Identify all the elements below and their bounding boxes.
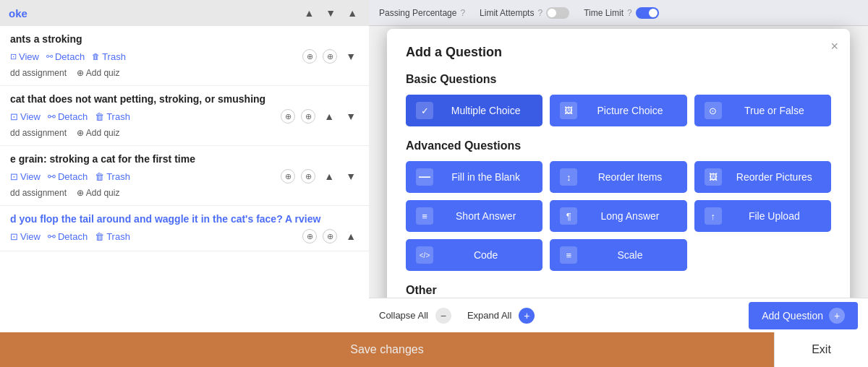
arrow-down-q3[interactable]: ▼ [343, 169, 359, 184]
arrow-up-q2[interactable]: ▲ [321, 109, 337, 124]
long-answer-icon: ¶ [560, 207, 577, 225]
question-block-1: ants a stroking ⊡ View ⚯ Detach 🗑 Trash … [0, 26, 369, 86]
detach-link-4[interactable]: ⚯ Detach [48, 231, 88, 242]
question-block-4: d you flop the tail around and waggle it… [0, 206, 369, 251]
trash-link-2[interactable]: 🗑 Trash [95, 111, 130, 122]
help-icon-limit: ? [537, 8, 542, 18]
view-icon-3: ⊡ [10, 171, 18, 182]
short-answer-button[interactable]: ≡ Short Answer [406, 200, 542, 232]
scale-icon: ≡ [560, 246, 577, 264]
basic-questions-grid: ✓ Multiple Choice 🖼 Picture Choice ⊙ Tru… [406, 95, 831, 126]
main-header: Passing Percentage ? Limit Attempts ? Ti… [369, 0, 868, 26]
view-link-2[interactable]: ⊡ View [10, 111, 41, 122]
detach-icon-1: ⚯ [46, 52, 53, 61]
modal-close-button[interactable]: × [830, 39, 838, 54]
trash-icon-3: 🗑 [95, 171, 104, 182]
save-changes-button[interactable]: Save changes [0, 332, 774, 367]
arrow-down-btn[interactable]: ▼ [323, 6, 339, 20]
reorder-items-label: Reorder Items [583, 171, 676, 183]
view-link-3[interactable]: ⊡ View [10, 171, 41, 182]
add-assignment-1[interactable]: dd assignment [10, 68, 67, 78]
trash-link-4[interactable]: 🗑 Trash [95, 231, 130, 242]
multiple-choice-icon: ✓ [416, 102, 433, 119]
expand-plus-icon[interactable]: + [519, 308, 535, 324]
circle-action-1a[interactable]: ⊕ [302, 49, 317, 64]
question-title-4: d you flop the tail around and waggle it… [10, 213, 359, 225]
picture-choice-icon: 🖼 [560, 102, 577, 119]
question-block-3: e grain: stroking a cat for the first ti… [0, 146, 369, 206]
trash-link-3[interactable]: 🗑 Trash [95, 171, 130, 182]
short-answer-icon: ≡ [416, 207, 433, 225]
exit-button[interactable]: Exit [774, 332, 868, 367]
collapse-minus-icon[interactable]: − [435, 308, 451, 324]
question-actions-4: ⊡ View ⚯ Detach 🗑 Trash ⊕ ⊕ ▲ [10, 229, 359, 243]
right-actions-3: ⊕ ⊕ ▲ ▼ [281, 169, 359, 184]
scale-button[interactable]: ≡ Scale [550, 239, 686, 271]
arrow-up-q3[interactable]: ▲ [321, 169, 337, 184]
file-upload-button[interactable]: ↑ File Upload [694, 200, 831, 232]
add-question-bar-label: Add Question [762, 310, 823, 321]
trash-icon-1: 🗑 [92, 52, 100, 61]
view-link-4[interactable]: ⊡ View [10, 231, 41, 242]
expand-all-label: Expand All [467, 310, 511, 321]
add-quiz-2[interactable]: ⊕ Add quiz [77, 128, 119, 138]
circle-action-3a[interactable]: ⊕ [281, 169, 295, 184]
question-block-2: cat that does not want petting, stroking… [0, 86, 369, 146]
expand-all-button[interactable]: Expand All [467, 310, 511, 321]
panel-title: oke [9, 7, 27, 20]
multiple-choice-button[interactable]: ✓ Multiple Choice [406, 95, 542, 126]
add-assignment-3[interactable]: dd assignment [10, 188, 67, 198]
detach-link-1[interactable]: ⚯ Detach [46, 51, 85, 62]
detach-icon-4: ⚯ [48, 231, 56, 242]
long-answer-button[interactable]: ¶ Long Answer [550, 200, 686, 232]
circle-action-3b[interactable]: ⊕ [301, 169, 315, 184]
time-limit-item: Time Limit ? [584, 7, 659, 19]
add-assignment-2[interactable]: dd assignment [10, 128, 67, 138]
limit-attempts-toggle[interactable] [546, 7, 569, 19]
fill-in-blank-button[interactable]: — Fill in the Blank [406, 161, 542, 193]
passing-percentage-label: Passing Percentage [379, 8, 456, 18]
code-button[interactable]: </> Code [406, 239, 542, 271]
picture-choice-button[interactable]: 🖼 Picture Choice [550, 95, 686, 126]
circle-action-1b[interactable]: ⊕ [323, 49, 337, 64]
circle-action-4a[interactable]: ⊕ [302, 229, 317, 243]
trash-link-1[interactable]: 🗑 Trash [92, 51, 126, 62]
collapse-all-button[interactable]: Collapse All [379, 310, 428, 321]
circle-action-2a[interactable]: ⊕ [281, 109, 295, 124]
reorder-items-button[interactable]: ↕ Reorder Items [550, 161, 686, 193]
left-panel: oke ▲ ▼ ▲ ants a stroking ⊡ View ⚯ Detac… [0, 0, 369, 367]
question-title-1: ants a stroking [10, 33, 359, 45]
arrow-up-btn[interactable]: ▲ [301, 6, 317, 20]
other-section-title: Other [406, 284, 831, 297]
limit-attempts-label: Limit Attempts [480, 8, 534, 18]
add-quiz-1[interactable]: ⊕ Add quiz [77, 68, 119, 78]
add-question-bar-button[interactable]: Add Question + [749, 302, 858, 329]
bottom-toolbar: Collapse All − Expand All + Add Question… [369, 298, 868, 332]
long-answer-label: Long Answer [583, 210, 676, 222]
assignment-row-3: dd assignment ⊕ Add quiz [10, 188, 359, 198]
code-label: Code [439, 249, 532, 261]
detach-link-3[interactable]: ⚯ Detach [48, 171, 88, 182]
multiple-choice-label: Multiple Choice [439, 105, 532, 116]
question-actions-1: ⊡ View ⚯ Detach 🗑 Trash ⊕ ⊕ ▼ [10, 49, 359, 64]
advanced-questions-grid: — Fill in the Blank ↕ Reorder Items 🖼 Re… [406, 161, 831, 271]
view-icon-4: ⊡ [10, 231, 18, 242]
view-icon-1: ⊡ [10, 52, 17, 61]
collapse-q1[interactable]: ▼ [343, 49, 359, 64]
add-quiz-3[interactable]: ⊕ Add quiz [77, 188, 119, 198]
fill-in-blank-label: Fill in the Blank [439, 171, 532, 183]
right-actions-4: ⊕ ⊕ ▲ [302, 229, 359, 243]
modal-container: × Add a Question Basic Questions ✓ Multi… [369, 26, 868, 332]
view-link-1[interactable]: ⊡ View [10, 51, 39, 62]
reorder-pictures-button[interactable]: 🖼 Reorder Pictures [694, 161, 831, 193]
circle-action-4b[interactable]: ⊕ [323, 229, 337, 243]
time-limit-toggle[interactable] [636, 7, 659, 19]
arrow-up-q4[interactable]: ▲ [343, 229, 359, 243]
trash-icon-2: 🗑 [95, 111, 104, 122]
arrow-down-q2[interactable]: ▼ [343, 109, 359, 124]
assignment-row-2: dd assignment ⊕ Add quiz [10, 128, 359, 138]
detach-link-2[interactable]: ⚯ Detach [48, 111, 88, 122]
true-or-false-button[interactable]: ⊙ True or False [694, 95, 831, 126]
circle-action-2b[interactable]: ⊕ [301, 109, 315, 124]
arrow-collapse-btn[interactable]: ▲ [344, 6, 360, 20]
